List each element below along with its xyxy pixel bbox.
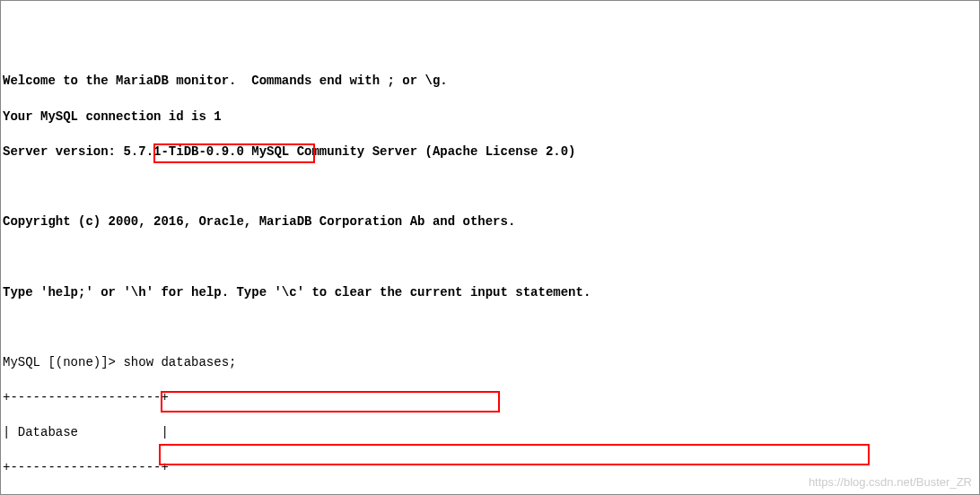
copyright-line: Copyright (c) 2000, 2016, Oracle, MariaD…	[3, 213, 977, 231]
blank-line	[3, 248, 977, 266]
intro-line-1: Welcome to the MariaDB monitor. Commands…	[3, 73, 977, 91]
table-header: | Database |	[3, 424, 977, 442]
blank-line	[3, 178, 977, 196]
help-line: Type 'help;' or '\h' for help. Type '\c'…	[3, 284, 977, 302]
intro-line-3: Server version: 5.7.1-TiDB-0.9.0 MySQL C…	[3, 143, 977, 161]
prompt-text: MySQL [(none)]>	[3, 355, 123, 369]
command-show-databases: show databases;	[123, 355, 236, 369]
intro-line-2: Your MySQL connection id is 1	[3, 109, 977, 126]
table-border-top: +--------------------+	[3, 389, 977, 407]
prompt-line-show-databases[interactable]: MySQL [(none)]> show databases;	[3, 354, 977, 372]
blank-line	[3, 319, 977, 337]
watermark: https://blog.csdn.net/Buster_ZR	[809, 474, 972, 491]
